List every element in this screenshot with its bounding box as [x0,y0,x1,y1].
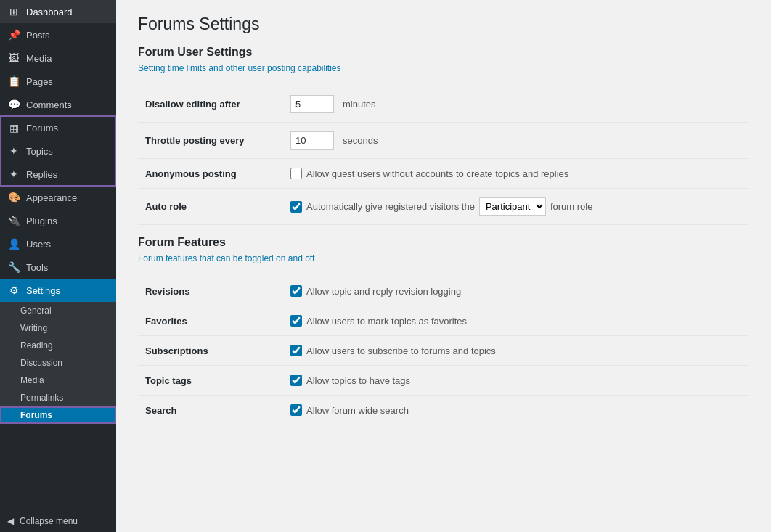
throttle-posting-input[interactable] [290,131,334,150]
sidebar-item-dashboard[interactable]: ⊞ Dashboard [0,0,116,23]
settings-submenu: General Writing Reading Discussion Media… [0,302,116,424]
appearance-icon: 🎨 [7,192,20,203]
sidebar-item-label: Forums [26,123,58,134]
forums-icon: ▦ [7,122,20,134]
collapse-menu-button[interactable]: ◀ Collapse menu [0,510,116,532]
sidebar-item-label: Topics [26,146,53,157]
dashboard-icon: ⊞ [7,6,20,17]
field-label: Favorites [138,306,283,336]
sidebar-item-replies[interactable]: ✦ Replies [0,163,116,186]
auto-role-before: Automatically give registered visitors t… [306,201,475,212]
table-row: Disallow editing after minutes [138,86,749,123]
submenu-item-general[interactable]: General [0,302,116,319]
sidebar-item-label: Posts [26,30,50,41]
collapse-icon: ◀ [7,516,14,526]
posts-icon: 📌 [7,29,20,41]
page-title: Forums Settings [138,15,749,34]
revisions-text: Allow topic and reply revision logging [306,286,461,297]
field-label: Anonymous posting [138,159,283,189]
throttle-posting-unit: seconds [343,135,378,146]
anonymous-posting-text: Allow guest users without accounts to cr… [306,168,568,179]
subscriptions-checkbox[interactable] [290,345,302,356]
field-label: Disallow editing after [138,86,283,123]
user-settings-table: Disallow editing after minutes Throttle … [138,86,749,225]
sidebar: ⊞ Dashboard 📌 Posts 🖼 Media 📋 Pages 💬 Co… [0,0,116,532]
sidebar-item-tools[interactable]: 🔧 Tools [0,255,116,279]
features-title: Forum Features [138,236,749,249]
sidebar-item-posts[interactable]: 📌 Posts [0,23,116,46]
settings-icon: ⚙ [7,285,20,296]
sidebar-item-label: Replies [26,169,57,180]
search-checkbox[interactable] [290,404,302,416]
sidebar-item-label: Pages [26,76,53,87]
submenu-item-media[interactable]: Media [0,372,116,389]
field-label: Subscriptions [138,336,283,366]
plugins-icon: 🔌 [7,215,20,226]
comments-icon: 💬 [7,99,20,110]
table-row: Throttle posting every seconds [138,123,749,159]
collapse-label: Collapse menu [20,516,78,526]
sidebar-item-label: Comments [26,99,72,110]
favorites-text: Allow users to mark topics as favorites [306,316,467,327]
field-label: Topic tags [138,366,283,396]
sidebar-item-label: Users [26,239,51,250]
media-icon: 🖼 [7,52,20,64]
table-row: Favorites Allow users to mark topics as … [138,306,749,336]
topics-icon: ✦ [7,145,20,157]
tools-icon: 🔧 [7,261,20,273]
submenu-item-discussion[interactable]: Discussion [0,354,116,372]
disallow-editing-unit: minutes [343,99,376,110]
sidebar-item-topics[interactable]: ✦ Topics [0,139,116,163]
pages-icon: 📋 [7,75,20,87]
sidebar-item-label: Settings [26,285,60,296]
table-row: Search Allow forum wide search [138,396,749,425]
topic-tags-checkbox[interactable] [290,375,302,386]
field-label: Search [138,396,283,425]
sidebar-item-label: Plugins [26,216,57,226]
sidebar-item-forums[interactable]: ▦ Forums [0,116,116,139]
user-settings-desc: Setting time limits and other user posti… [138,63,749,73]
auto-role-select[interactable]: Participant Spectator Moderator [479,197,546,216]
sidebar-item-users[interactable]: 👤 Users [0,232,116,255]
auto-role-checkbox[interactable] [290,201,302,213]
table-row: Anonymous posting Allow guest users with… [138,159,749,189]
disallow-editing-input[interactable] [290,95,334,113]
features-desc: Forum features that can be toggled on an… [138,253,749,263]
replies-icon: ✦ [7,168,20,180]
submenu-item-reading[interactable]: Reading [0,337,116,354]
sidebar-item-label: Media [26,53,52,64]
sidebar-item-plugins[interactable]: 🔌 Plugins [0,209,116,232]
field-label: Auto role [138,189,283,225]
revisions-checkbox[interactable] [290,285,302,297]
submenu-item-forums[interactable]: Forums [0,406,116,424]
table-row: Topic tags Allow topics to have tags [138,366,749,396]
favorites-checkbox[interactable] [290,315,302,327]
submenu-item-writing[interactable]: Writing [0,319,116,337]
user-settings-title: Forum User Settings [138,46,749,59]
sidebar-item-media[interactable]: 🖼 Media [0,46,116,70]
field-label: Throttle posting every [138,123,283,159]
search-text: Allow forum wide search [306,405,409,416]
topic-tags-text: Allow topics to have tags [306,375,410,386]
subscriptions-text: Allow users to subscribe to forums and t… [306,345,496,356]
sidebar-item-label: Appearance [26,192,77,203]
users-icon: 👤 [7,238,20,250]
auto-role-after: forum role [550,201,593,212]
sidebar-item-pages[interactable]: 📋 Pages [0,70,116,93]
sidebar-item-comments[interactable]: 💬 Comments [0,93,116,116]
anonymous-posting-checkbox[interactable] [290,168,302,179]
table-row: Subscriptions Allow users to subscribe t… [138,336,749,366]
field-label: Revisions [138,277,283,306]
main-content: Forums Settings Forum User Settings Sett… [116,0,771,532]
sidebar-item-label: Dashboard [26,7,73,17]
submenu-item-permalinks[interactable]: Permalinks [0,389,116,406]
sidebar-item-appearance[interactable]: 🎨 Appearance [0,186,116,209]
sidebar-item-settings[interactable]: ⚙ Settings [0,279,116,302]
features-table: Revisions Allow topic and reply revision… [138,277,749,425]
table-row: Auto role Automatically give registered … [138,189,749,225]
sidebar-item-label: Tools [26,262,48,273]
table-row: Revisions Allow topic and reply revision… [138,277,749,306]
